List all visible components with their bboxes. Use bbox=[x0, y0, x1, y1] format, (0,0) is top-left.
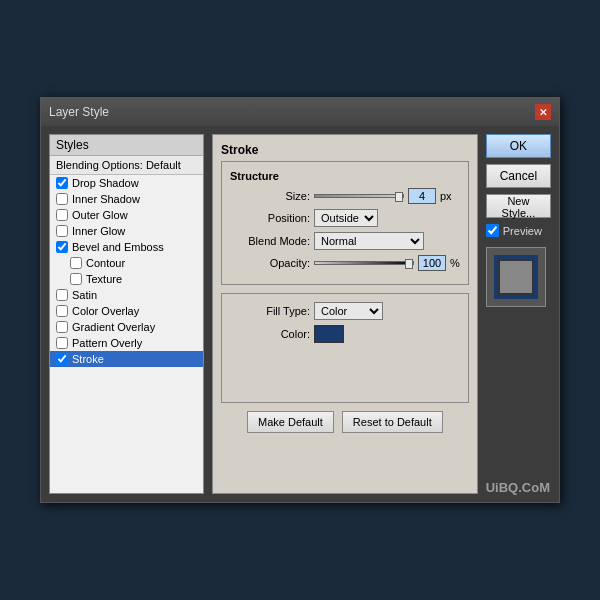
preview-row: Preview bbox=[486, 224, 551, 237]
preview-inner bbox=[494, 255, 538, 299]
structure-title: Structure bbox=[230, 170, 460, 182]
fill-type-row: Fill Type: Color Gradient Pattern bbox=[230, 302, 460, 320]
pattern-overlay-checkbox[interactable] bbox=[56, 337, 68, 349]
contour-checkbox[interactable] bbox=[70, 257, 82, 269]
sidebar-item-color-overlay[interactable]: Color Overlay bbox=[50, 303, 203, 319]
fill-type-label: Fill Type: bbox=[230, 305, 310, 317]
size-slider[interactable] bbox=[314, 194, 404, 198]
position-row: Position: Outside Inside Center bbox=[230, 209, 460, 227]
outer-glow-checkbox[interactable] bbox=[56, 209, 68, 221]
fill-type-dropdown[interactable]: Color Gradient Pattern bbox=[314, 302, 383, 320]
color-swatch[interactable] bbox=[314, 325, 344, 343]
opacity-input[interactable] bbox=[418, 255, 446, 271]
sidebar-item-gradient-overlay[interactable]: Gradient Overlay bbox=[50, 319, 203, 335]
size-row: Size: px bbox=[230, 188, 460, 204]
sidebar-item-texture[interactable]: Texture bbox=[50, 271, 203, 287]
sidebar-item-pattern-overlay[interactable]: Pattern Overly bbox=[50, 335, 203, 351]
size-unit: px bbox=[440, 190, 452, 202]
blend-mode-row: Blend Mode: Normal Multiply Screen Overl… bbox=[230, 232, 460, 250]
section-title: Stroke bbox=[221, 143, 469, 157]
stroke-checkbox[interactable] bbox=[56, 353, 68, 365]
new-style-button[interactable]: New Style... bbox=[486, 194, 551, 218]
sidebar-item-outer-glow[interactable]: Outer Glow bbox=[50, 207, 203, 223]
main-content: Stroke Structure Size: px bbox=[212, 134, 478, 494]
bevel-emboss-checkbox[interactable] bbox=[56, 241, 68, 253]
left-panel: Styles Blending Options: Default Drop Sh… bbox=[49, 134, 204, 494]
satin-checkbox[interactable] bbox=[56, 289, 68, 301]
make-default-button[interactable]: Make Default bbox=[247, 411, 334, 433]
opacity-label: Opacity: bbox=[230, 257, 310, 269]
size-label: Size: bbox=[230, 190, 310, 202]
blend-mode-label: Blend Mode: bbox=[230, 235, 310, 247]
preview-label: Preview bbox=[503, 225, 542, 237]
color-row: Color: bbox=[230, 325, 460, 343]
opacity-row: Opacity: % bbox=[230, 255, 460, 271]
sidebar-item-drop-shadow[interactable]: Drop Shadow bbox=[50, 175, 203, 191]
cancel-button[interactable]: Cancel bbox=[486, 164, 551, 188]
sidebar-item-satin[interactable]: Satin bbox=[50, 287, 203, 303]
sidebar-item-inner-glow[interactable]: Inner Glow bbox=[50, 223, 203, 239]
fill-box: Fill Type: Color Gradient Pattern Color: bbox=[221, 293, 469, 403]
right-panel: OK Cancel New Style... Preview bbox=[486, 134, 551, 494]
color-overlay-checkbox[interactable] bbox=[56, 305, 68, 317]
drop-shadow-checkbox[interactable] bbox=[56, 177, 68, 189]
watermark: UiBQ.CoM bbox=[486, 480, 550, 495]
reset-to-default-button[interactable]: Reset to Default bbox=[342, 411, 443, 433]
preview-checkbox[interactable] bbox=[486, 224, 499, 237]
layer-style-dialog: Layer Style ✕ Styles Blending Options: D… bbox=[40, 97, 560, 503]
styles-header[interactable]: Styles bbox=[50, 135, 203, 156]
inner-shadow-checkbox[interactable] bbox=[56, 193, 68, 205]
gradient-overlay-checkbox[interactable] bbox=[56, 321, 68, 333]
position-label: Position: bbox=[230, 212, 310, 224]
sidebar-item-inner-shadow[interactable]: Inner Shadow bbox=[50, 191, 203, 207]
preview-box bbox=[486, 247, 546, 307]
position-dropdown[interactable]: Outside Inside Center bbox=[314, 209, 378, 227]
sidebar-item-contour[interactable]: Contour bbox=[50, 255, 203, 271]
dialog-body: Styles Blending Options: Default Drop Sh… bbox=[41, 126, 559, 502]
color-label: Color: bbox=[230, 328, 310, 340]
close-button[interactable]: ✕ bbox=[535, 104, 551, 120]
ok-button[interactable]: OK bbox=[486, 134, 551, 158]
blending-options-item[interactable]: Blending Options: Default bbox=[50, 156, 203, 175]
opacity-slider[interactable] bbox=[314, 261, 414, 265]
inner-glow-checkbox[interactable] bbox=[56, 225, 68, 237]
dialog-title: Layer Style bbox=[49, 105, 109, 119]
sidebar-item-stroke[interactable]: Stroke bbox=[50, 351, 203, 367]
title-bar: Layer Style ✕ bbox=[41, 98, 559, 126]
blend-mode-dropdown[interactable]: Normal Multiply Screen Overlay bbox=[314, 232, 424, 250]
size-input[interactable] bbox=[408, 188, 436, 204]
texture-checkbox[interactable] bbox=[70, 273, 82, 285]
structure-box: Structure Size: px Position: bbox=[221, 161, 469, 285]
opacity-unit: % bbox=[450, 257, 460, 269]
bottom-buttons: Make Default Reset to Default bbox=[221, 411, 469, 433]
sidebar-item-bevel-emboss[interactable]: Bevel and Emboss bbox=[50, 239, 203, 255]
